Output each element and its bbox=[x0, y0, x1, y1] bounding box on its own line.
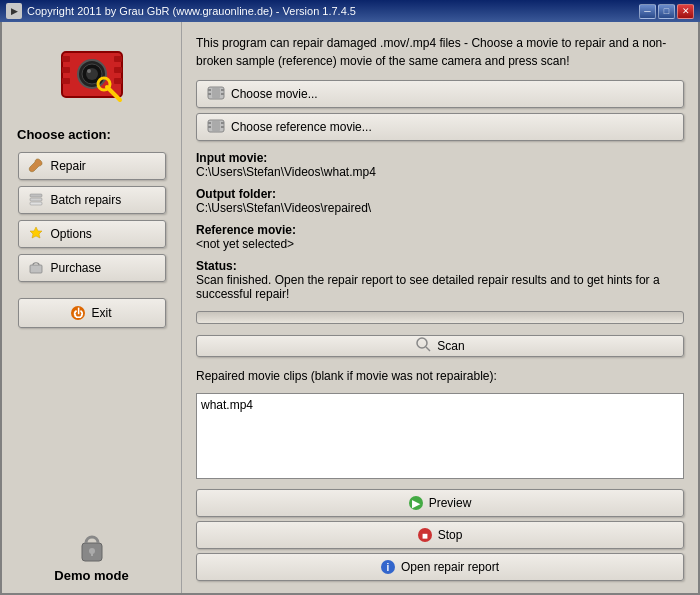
svg-rect-15 bbox=[30, 194, 42, 197]
choose-reference-label: Choose reference movie... bbox=[231, 120, 372, 134]
preview-icon: ▶ bbox=[409, 496, 423, 510]
status-label: Status: bbox=[196, 259, 684, 273]
purchase-button[interactable]: Purchase bbox=[18, 254, 166, 282]
preview-label: Preview bbox=[429, 496, 472, 510]
svg-rect-6 bbox=[62, 56, 70, 62]
maximize-button[interactable]: □ bbox=[658, 4, 675, 19]
open-report-label: Open repair report bbox=[401, 560, 499, 574]
repaired-clips-textarea[interactable]: what.mp4 bbox=[196, 393, 684, 479]
status-value: Scan finished. Open the repair report to… bbox=[196, 273, 684, 301]
svg-rect-34 bbox=[212, 121, 220, 131]
demo-mode-label: Demo mode bbox=[54, 568, 128, 583]
options-icon bbox=[27, 225, 45, 243]
title-text: Copyright 2011 by Grau GbR (www.grauonli… bbox=[27, 5, 639, 17]
status-section: Status: Scan finished. Open the repair r… bbox=[196, 259, 684, 301]
svg-point-35 bbox=[417, 338, 427, 348]
report-icon: i bbox=[381, 560, 395, 574]
reference-movie-label: Reference movie: bbox=[196, 223, 684, 237]
svg-rect-25 bbox=[208, 93, 211, 95]
choose-reference-button[interactable]: Choose reference movie... bbox=[196, 113, 684, 141]
repaired-clips-label: Repaired movie clips (blank if movie was… bbox=[196, 369, 684, 383]
close-button[interactable]: ✕ bbox=[677, 4, 694, 19]
stop-icon: ■ bbox=[418, 528, 432, 542]
demo-mode-area: Demo mode bbox=[54, 527, 128, 583]
svg-rect-7 bbox=[62, 67, 70, 73]
progress-bar bbox=[196, 311, 684, 324]
scan-button[interactable]: Scan bbox=[196, 335, 684, 357]
svg-rect-26 bbox=[221, 89, 224, 91]
action-buttons: Choose movie... Choose reference movie..… bbox=[196, 80, 684, 141]
choose-movie-button[interactable]: Choose movie... bbox=[196, 80, 684, 108]
choose-movie-label: Choose movie... bbox=[231, 87, 318, 101]
svg-rect-9 bbox=[114, 56, 122, 62]
app-logo bbox=[52, 32, 132, 112]
svg-rect-31 bbox=[208, 126, 211, 128]
svg-rect-28 bbox=[212, 88, 220, 98]
svg-rect-19 bbox=[30, 265, 42, 273]
batch-repairs-button[interactable]: Batch repairs bbox=[18, 186, 166, 214]
reference-movie-section: Reference movie: <not yet selected> bbox=[196, 223, 684, 251]
title-bar: ▶ Copyright 2011 by Grau GbR (www.grauon… bbox=[0, 0, 700, 22]
purchase-icon bbox=[27, 259, 45, 277]
stop-label: Stop bbox=[438, 528, 463, 542]
svg-rect-32 bbox=[221, 122, 224, 124]
svg-point-14 bbox=[30, 168, 33, 171]
preview-button[interactable]: ▶ Preview bbox=[196, 489, 684, 517]
svg-rect-16 bbox=[30, 198, 42, 201]
description-text: This program can repair damaged .mov/.mp… bbox=[196, 34, 684, 70]
exit-label: Exit bbox=[91, 306, 111, 320]
svg-rect-11 bbox=[114, 78, 122, 84]
output-folder-section: Output folder: C:\Users\Stefan\Videos\re… bbox=[196, 187, 684, 215]
batch-repairs-label: Batch repairs bbox=[51, 193, 122, 207]
svg-rect-17 bbox=[30, 202, 42, 205]
sidebar: Choose action: Repair Batch repairs bbox=[2, 22, 182, 593]
main-container: Choose action: Repair Batch repairs bbox=[0, 22, 700, 595]
svg-rect-22 bbox=[91, 551, 93, 556]
input-movie-label: Input movie: bbox=[196, 151, 684, 165]
open-report-button[interactable]: i Open repair report bbox=[196, 553, 684, 581]
svg-rect-27 bbox=[221, 93, 224, 95]
svg-rect-24 bbox=[208, 89, 211, 91]
film-icon bbox=[207, 85, 225, 104]
exit-icon: ⏻ bbox=[71, 306, 85, 320]
lock-icon bbox=[78, 527, 106, 563]
purchase-label: Purchase bbox=[51, 261, 102, 275]
content-area: This program can repair damaged .mov/.mp… bbox=[182, 22, 698, 593]
svg-marker-18 bbox=[30, 227, 42, 238]
input-movie-value: C:\Users\Stefan\Videos\what.mp4 bbox=[196, 165, 684, 179]
exit-button[interactable]: ⏻ Exit bbox=[18, 298, 166, 328]
bottom-buttons: ▶ Preview ■ Stop i Open repair report bbox=[196, 489, 684, 581]
window-controls: ─ □ ✕ bbox=[639, 4, 694, 19]
input-movie-section: Input movie: C:\Users\Stefan\Videos\what… bbox=[196, 151, 684, 179]
reference-movie-value: <not yet selected> bbox=[196, 237, 684, 251]
stop-button[interactable]: ■ Stop bbox=[196, 521, 684, 549]
app-icon: ▶ bbox=[6, 3, 22, 19]
svg-line-36 bbox=[426, 347, 430, 351]
batch-icon bbox=[27, 191, 45, 209]
scan-icon bbox=[415, 336, 431, 355]
options-button[interactable]: Options bbox=[18, 220, 166, 248]
choose-action-label: Choose action: bbox=[17, 127, 111, 142]
output-folder-value: C:\Users\Stefan\Videos\repaired\ bbox=[196, 201, 684, 215]
film2-icon bbox=[207, 118, 225, 137]
svg-rect-30 bbox=[208, 122, 211, 124]
minimize-button[interactable]: ─ bbox=[639, 4, 656, 19]
scan-label: Scan bbox=[437, 339, 464, 353]
repair-label: Repair bbox=[51, 159, 86, 173]
repair-button[interactable]: Repair bbox=[18, 152, 166, 180]
svg-rect-33 bbox=[221, 126, 224, 128]
svg-rect-10 bbox=[114, 67, 122, 73]
options-label: Options bbox=[51, 227, 92, 241]
output-folder-label: Output folder: bbox=[196, 187, 684, 201]
wrench-icon bbox=[27, 157, 45, 175]
svg-point-5 bbox=[87, 69, 91, 73]
svg-rect-8 bbox=[62, 78, 70, 84]
logo-area bbox=[52, 32, 132, 112]
